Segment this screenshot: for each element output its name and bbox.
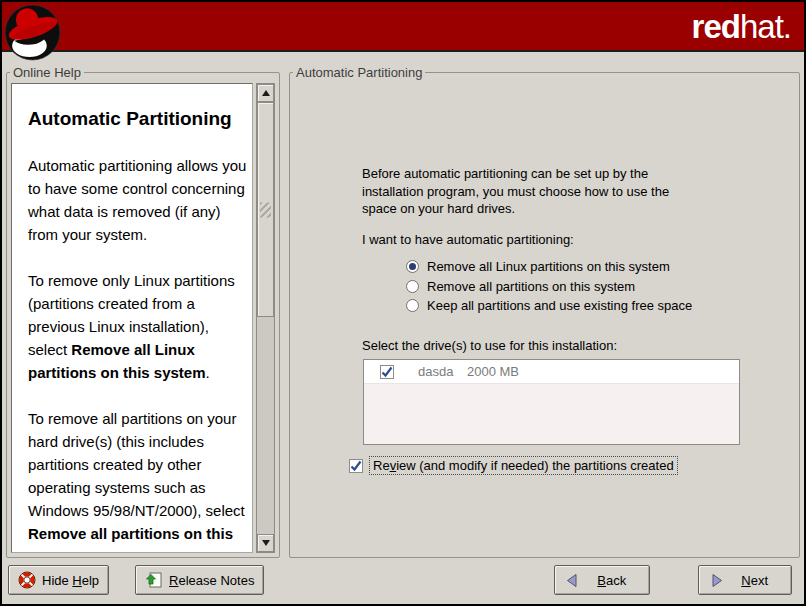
hide-help-label: Hide Help xyxy=(42,573,99,588)
release-notes-label: Release Notes xyxy=(169,573,254,588)
help-scrollbar[interactable] xyxy=(256,83,275,553)
check-icon xyxy=(381,366,393,378)
radio-option[interactable]: Remove all Linux partitions on this syst… xyxy=(406,257,692,277)
scroll-up-button[interactable] xyxy=(257,84,274,102)
radio-option-label: Keep all partitions and use existing fre… xyxy=(427,298,692,313)
next-button[interactable]: Next xyxy=(698,565,792,595)
content-area: Online Help Automatic Partitioning Autom… xyxy=(6,54,800,558)
wordmark-dot: . xyxy=(783,8,791,45)
scrollbar-grip-icon xyxy=(260,202,271,217)
online-help-frame: Online Help Automatic Partitioning Autom… xyxy=(6,65,280,558)
wordmark-red: red xyxy=(692,8,740,45)
installer-window: redhat. Online Help Automatic Partitioni… xyxy=(0,0,806,606)
back-label: Back xyxy=(587,573,640,588)
scrollbar-thumb[interactable] xyxy=(257,102,274,317)
scroll-down-button[interactable] xyxy=(257,534,274,552)
radio-option-label: Remove all partitions on this system xyxy=(427,279,635,294)
drive-row[interactable]: dasda2000 MB xyxy=(364,360,739,384)
radio-selected-icon[interactable] xyxy=(406,260,419,273)
back-button[interactable]: Back xyxy=(554,565,650,595)
drive-list[interactable]: dasda2000 MB xyxy=(363,359,740,445)
review-partitions-checkbox-row[interactable]: Review (and modify if needed) the partit… xyxy=(349,456,678,475)
up-arrow-icon xyxy=(262,90,270,96)
release-notes-icon xyxy=(145,571,163,589)
help-paragraph: Automatic partitioning allows you to hav… xyxy=(28,154,252,246)
lifebuoy-icon xyxy=(18,571,36,589)
intro-text: Before automatic partitioning can be set… xyxy=(362,165,700,218)
release-notes-button[interactable]: Release Notes xyxy=(135,565,264,595)
scrollbar-trough[interactable] xyxy=(257,102,274,534)
next-label: Next xyxy=(731,573,782,588)
review-checkbox[interactable] xyxy=(349,459,363,473)
down-arrow-icon xyxy=(262,540,270,546)
radio-unselected-icon[interactable] xyxy=(406,299,419,312)
radio-unselected-icon[interactable] xyxy=(406,280,419,293)
header-banner: redhat. xyxy=(2,2,804,52)
back-arrow-icon xyxy=(564,572,581,589)
redhat-shadowman-logo xyxy=(4,4,61,61)
hide-help-button[interactable]: Hide Help xyxy=(8,565,109,595)
drives-label: Select the drive(s) to use for this inst… xyxy=(362,338,617,353)
partitioning-radio-group: Remove all Linux partitions on this syst… xyxy=(406,257,692,316)
check-icon xyxy=(350,460,362,472)
drive-checkbox[interactable] xyxy=(380,365,394,379)
online-help-frame-label: Online Help xyxy=(10,65,84,80)
help-viewport: Automatic Partitioning Automatic partiti… xyxy=(11,83,253,553)
help-title: Automatic Partitioning xyxy=(28,108,252,130)
wordmark-hat: hat xyxy=(740,8,783,45)
review-checkbox-label[interactable]: Review (and modify if needed) the partit… xyxy=(369,456,678,475)
help-paragraph: To remove all partitions on your hard dr… xyxy=(28,407,252,553)
automatic-partitioning-frame-label: Automatic Partitioning xyxy=(293,65,425,80)
help-inner: Automatic Partitioning Automatic partiti… xyxy=(9,82,277,555)
next-arrow-icon xyxy=(708,572,725,589)
drive-name: dasda xyxy=(418,364,454,379)
radio-group-label: I want to have automatic partitioning: xyxy=(362,232,574,247)
radio-option[interactable]: Keep all partitions and use existing fre… xyxy=(406,296,692,316)
help-text: Automatic partitioning allows you to hav… xyxy=(24,154,252,553)
drive-size: 2000 MB xyxy=(467,364,519,379)
help-paragraph: To remove only Linux partitions (partiti… xyxy=(28,269,252,384)
automatic-partitioning-frame: Automatic Partitioning Before automatic … xyxy=(289,65,800,558)
footer-button-bar: Hide Help Release Notes Back Next xyxy=(2,558,804,604)
redhat-wordmark: redhat. xyxy=(692,6,791,48)
radio-option[interactable]: Remove all partitions on this system xyxy=(406,277,692,297)
radio-option-label: Remove all Linux partitions on this syst… xyxy=(427,259,670,274)
